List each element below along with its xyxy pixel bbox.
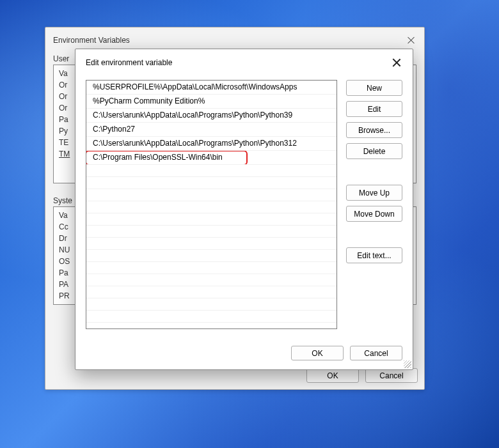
- path-entry[interactable]: [86, 213, 337, 226]
- close-icon[interactable]: [406, 35, 416, 45]
- path-entry[interactable]: [86, 274, 337, 286]
- edit-env-title: Edit environment variable: [86, 58, 172, 67]
- path-entry[interactable]: %USERPROFILE%\AppData\Local\Microsoft\Wi…: [86, 81, 337, 95]
- path-entry[interactable]: [86, 177, 337, 189]
- edit-button[interactable]: Edit: [346, 101, 402, 117]
- edit-env-dialog: Edit environment variable %USERPROFILE%\…: [75, 49, 413, 370]
- path-entry[interactable]: [86, 262, 337, 274]
- delete-button[interactable]: Delete: [346, 143, 402, 159]
- path-entries-list[interactable]: %USERPROFILE%\AppData\Local\Microsoft\Wi…: [86, 80, 337, 329]
- cancel-button[interactable]: Cancel: [350, 346, 402, 360]
- env-vars-title: Environment Variables: [53, 36, 130, 45]
- path-entry[interactable]: [86, 323, 337, 329]
- new-button[interactable]: New: [346, 80, 402, 96]
- ok-button[interactable]: OK: [291, 346, 344, 360]
- move-down-button[interactable]: Move Down: [346, 206, 402, 222]
- close-icon[interactable]: [391, 57, 402, 68]
- path-entry[interactable]: [86, 311, 337, 323]
- path-entry[interactable]: C:\Users\arunk\AppData\Local\Programs\Py…: [86, 109, 337, 123]
- move-up-button[interactable]: Move Up: [346, 185, 402, 201]
- ok-button[interactable]: OK: [306, 368, 359, 383]
- path-entry[interactable]: [86, 286, 337, 298]
- path-entry[interactable]: [86, 201, 337, 213]
- path-entry[interactable]: C:\Program Files\OpenSSL-Win64\bin: [86, 151, 337, 165]
- path-entry[interactable]: [86, 298, 337, 311]
- path-entry[interactable]: C:\Python27: [86, 123, 337, 137]
- path-entry[interactable]: %PyCharm Community Edition%: [86, 95, 337, 109]
- edit-text-button[interactable]: Edit text...: [346, 247, 402, 263]
- path-entry[interactable]: [86, 189, 337, 201]
- resize-grip-icon[interactable]: [404, 360, 411, 368]
- browse-button[interactable]: Browse...: [346, 122, 402, 138]
- path-entry[interactable]: [86, 238, 337, 250]
- path-entry[interactable]: [86, 250, 337, 262]
- cancel-button[interactable]: Cancel: [365, 368, 418, 383]
- path-entry[interactable]: C:\Users\arunk\AppData\Local\Programs\Py…: [86, 137, 337, 151]
- path-entry[interactable]: [86, 165, 337, 177]
- path-entry[interactable]: [86, 226, 337, 238]
